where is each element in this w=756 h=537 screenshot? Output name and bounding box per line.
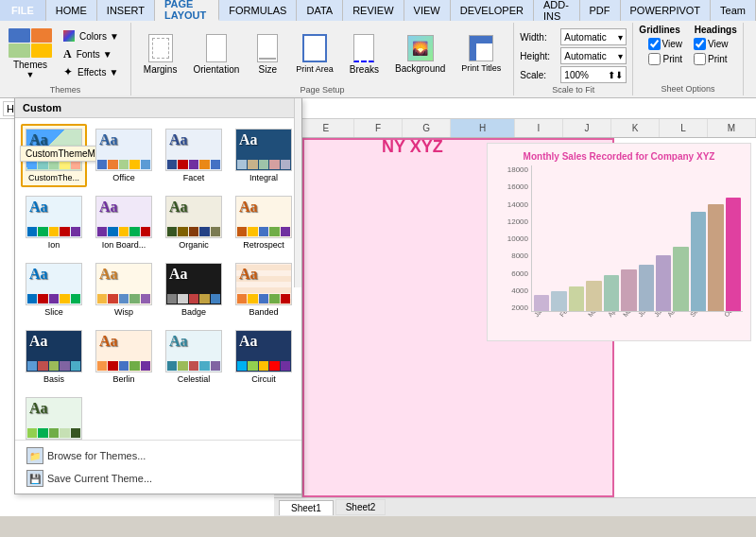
theme-item-integral[interactable]: Aa Integral: [231, 124, 297, 187]
colors-button[interactable]: Colors ▼: [58, 27, 125, 44]
tab-data[interactable]: DATA: [297, 0, 343, 21]
gridlines-print-check[interactable]: [648, 53, 661, 65]
height-label: Height:: [520, 51, 558, 61]
scale-value: 100%: [564, 70, 589, 80]
width-input[interactable]: Automatic ▾: [560, 28, 627, 45]
background-button[interactable]: 🌄 Background: [388, 25, 452, 83]
theme-grid: Aa CustomThe... CustomThemeMade Aa: [15, 118, 301, 440]
theme-panel-scrollbar[interactable]: [294, 98, 301, 287]
theme-label-wisp: Wisp: [114, 307, 133, 317]
browse-themes-label: Browse for Themes...: [47, 450, 146, 461]
gridlines-header: Gridlines: [639, 25, 679, 35]
col-header-g: G: [403, 119, 451, 137]
breaks-label: Breaks: [350, 64, 379, 75]
theme-item-berlin[interactable]: Aa Berlin: [91, 325, 157, 389]
margins-button[interactable]: Margins: [137, 25, 184, 83]
ribbon-group-sheet-options: Gridlines Headings View View Print Print: [633, 23, 743, 95]
col-header-i: I: [515, 119, 563, 137]
sheet-tab-2[interactable]: Sheet2: [335, 499, 387, 515]
size-button[interactable]: Size: [249, 25, 286, 83]
tab-review[interactable]: REVIEW: [343, 0, 404, 21]
height-arrow: ▾: [618, 51, 623, 61]
themes-dropdown-arrow: ▼: [26, 70, 35, 79]
theme-label-ionboard: Ion Board...: [102, 240, 146, 250]
theme-item-ionboard[interactable]: Aa Ion Board...: [91, 191, 157, 254]
theme-item-circuit[interactable]: Aa Circuit: [231, 325, 297, 389]
theme-label-ion: Ion: [48, 240, 60, 250]
effects-arrow: ▼: [109, 67, 118, 78]
tab-formulas[interactable]: FORMULAS: [219, 0, 297, 21]
print-titles-button[interactable]: Print Titles: [455, 25, 507, 83]
theme-item-celestial[interactable]: Aa Celestial: [161, 325, 227, 389]
browse-themes-link[interactable]: 📁 Browse for Themes...: [21, 444, 296, 467]
height-input[interactable]: Automatic ▾: [560, 47, 627, 64]
page-setup-group-title: Page Setup: [301, 83, 345, 95]
gridlines-view-check[interactable]: [648, 38, 661, 50]
tab-home[interactable]: HOME: [46, 0, 97, 21]
tab-file[interactable]: FILE: [0, 0, 46, 21]
arrange-content: ↑ Bring Forward Send Backward Selection …: [749, 25, 756, 83]
fonts-button[interactable]: A Fonts ▼: [58, 45, 125, 62]
theme-item-organic[interactable]: Aa Organic: [161, 191, 227, 254]
themes-button[interactable]: Themes ▼: [6, 25, 55, 83]
tab-pdf[interactable]: PDF: [580, 0, 621, 21]
row-22: 22: [274, 495, 301, 497]
chart-x-labels: JanuaryFebruaryMarchAprilMayJuneJulyAugu…: [531, 312, 743, 340]
tab-view[interactable]: VIEW: [404, 0, 451, 21]
theme-label-slice: Slice: [44, 307, 63, 317]
tab-team[interactable]: Team: [711, 0, 756, 21]
browse-themes-icon: 📁: [26, 447, 43, 464]
theme-item-wisp[interactable]: Aa Wisp: [91, 258, 157, 321]
theme-label-organic: Organic: [179, 240, 209, 250]
sheet-tab-1[interactable]: Sheet1: [279, 500, 334, 515]
bring-forward-button[interactable]: ↑ Bring Forward: [749, 25, 756, 83]
chart-bar-november: [708, 204, 723, 311]
tab-insert[interactable]: INSERT: [97, 0, 155, 21]
theme-item-slice[interactable]: Aa Slice: [21, 258, 87, 321]
tab-developer[interactable]: DEVELOPER: [451, 0, 534, 21]
col-header-j: J: [563, 119, 611, 137]
print-area-button[interactable]: Print Area: [289, 25, 340, 83]
print-area-label: Print Area: [296, 64, 334, 74]
theme-label-custom: CustomThe...: [28, 173, 79, 182]
headings-view-label: View: [694, 38, 729, 50]
theme-item-office[interactable]: Aa Office: [91, 124, 157, 187]
chart-bar-december: [726, 198, 741, 311]
theme-item-crop[interactable]: Aa Crop: [21, 392, 87, 440]
tab-powerpivot[interactable]: POWERPIVOT: [621, 0, 712, 21]
chart-area: 18000 16000 14000 12000 10000 8000 6000 …: [495, 165, 743, 312]
theme-panel-header: Custom: [15, 98, 301, 118]
scale-input[interactable]: 100% ⬆⬇: [560, 66, 627, 83]
ribbon-group-page-setup: Margins Orientation Size Print Area Brea…: [131, 23, 515, 95]
orientation-button[interactable]: Orientation: [186, 25, 246, 83]
theme-item-retrospect[interactable]: Aa Retrospect: [231, 191, 297, 254]
save-theme-link[interactable]: 💾 Save Current Theme...: [21, 467, 296, 490]
theme-label-integral: Integral: [249, 173, 278, 182]
scale-fit-content: Width: Automatic ▾ Height: Automatic ▾ S…: [520, 25, 627, 83]
height-value: Automatic: [564, 51, 606, 61]
headings-print-check[interactable]: [694, 53, 706, 65]
breaks-button[interactable]: Breaks: [343, 25, 386, 83]
theme-item-custom[interactable]: Aa CustomThe... CustomThemeMade: [21, 124, 87, 187]
theme-item-facet[interactable]: Aa Facet: [161, 124, 227, 187]
theme-item-banded[interactable]: Aa Banded: [231, 258, 297, 321]
background-label: Background: [395, 63, 445, 74]
theme-item-badge[interactable]: Aa Badge: [161, 258, 227, 321]
width-arrow: ▾: [618, 32, 623, 43]
chart-bar-march: [569, 286, 584, 311]
theme-panel-title: Custom: [23, 102, 61, 113]
theme-item-basis[interactable]: Aa Basis: [21, 325, 87, 389]
company-title-cell: NY XYZ: [378, 138, 447, 155]
tab-add-ins[interactable]: ADD-INS: [534, 0, 580, 21]
chart-y-axis: 18000 16000 14000 12000 10000 8000 6000 …: [495, 165, 531, 312]
theme-label-berlin: Berlin: [112, 374, 134, 384]
theme-item-ion[interactable]: Aa Ion: [21, 191, 87, 254]
scale-control: Scale: 100% ⬆⬇: [520, 66, 627, 83]
ribbon-group-scale: Width: Automatic ▾ Height: Automatic ▾ S…: [514, 23, 633, 95]
chart-bar-january: [534, 295, 549, 311]
chart-bar-june: [621, 269, 636, 311]
themes-label: Themes: [13, 60, 47, 70]
tab-page-layout[interactable]: PAGE LAYOUT: [155, 0, 219, 21]
effects-button[interactable]: ✦ Effects ▼: [58, 63, 125, 80]
headings-view-check[interactable]: [694, 38, 706, 50]
